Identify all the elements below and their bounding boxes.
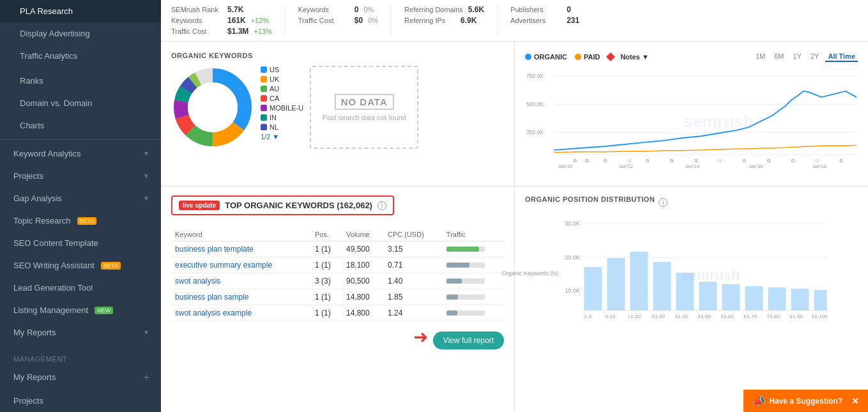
keyword-link[interactable]: business plan sample	[175, 293, 248, 301]
paid-keywords-change: 0%	[364, 6, 374, 13]
notes-label: Notes ▼	[620, 53, 649, 61]
legend-dot-uk	[261, 76, 267, 82]
legend-item-ca: CA	[261, 95, 303, 102]
sidebar-item-listing-label: Listing Management	[13, 305, 88, 315]
filter-1y[interactable]: 1Y	[790, 52, 803, 62]
advertisers-label: Advertisers	[510, 17, 561, 24]
legend-label-more: 1/2 ▼	[261, 133, 279, 141]
col-volume: Volume	[342, 228, 384, 241]
sidebar-item-projects-mgmt-label: Projects	[13, 396, 43, 406]
no-data-box: NO DATA Paid search data not found	[310, 66, 418, 149]
sidebar-item-domain-vs-domain[interactable]: Domain vs. Domain	[0, 92, 161, 114]
svg-text:G: G	[767, 158, 770, 163]
sidebar-item-display-advertising[interactable]: Display Advertising	[0, 22, 161, 45]
keyword-link[interactable]: business plan template	[175, 245, 254, 254]
legend-item-more[interactable]: 1/2 ▼	[261, 133, 303, 141]
sidebar-item-keyword-analytics-label: Keyword Analytics	[13, 149, 81, 158]
svg-rect-51	[768, 287, 786, 310]
col-cpc: CPC (USD)	[384, 228, 443, 241]
keywords-table: Keyword Pos. Volume CPC (USD) Traffic bu…	[171, 228, 504, 321]
referring-ips-value: 6.9K	[461, 16, 476, 25]
publishers-value: 0	[567, 5, 571, 14]
sidebar-item-traffic-analytics[interactable]: Traffic Analytics	[0, 45, 161, 67]
sidebar-item-my-reports-mgmt[interactable]: My Reports +	[0, 365, 161, 390]
sidebar-item-projects-label: Projects	[13, 171, 43, 181]
position-dist-info-icon[interactable]: i	[659, 198, 667, 207]
filter-2y[interactable]: 2Y	[808, 52, 821, 62]
cpc-cell: 1.24	[384, 305, 443, 321]
legend-label-nl: NL	[270, 123, 278, 131]
stat-row-referring-domains: Referring Domains 5.6K	[404, 5, 484, 14]
col-traffic: Traffic	[443, 228, 504, 241]
traffic-bar-fill	[446, 294, 458, 300]
paid-keywords-value: 0	[354, 5, 359, 14]
sidebar-item-charts[interactable]: Charts	[0, 114, 161, 137]
sidebar-item-label: Display Advertising	[20, 29, 90, 38]
svg-text:4-10: 4-10	[605, 314, 616, 319]
sidebar-item-lead-generation[interactable]: Lead Generation Tool	[0, 277, 161, 299]
keyword-link[interactable]: swot analysis	[175, 277, 220, 286]
stat-row-publishers: Publishers 0	[510, 5, 579, 14]
legend-dot-nl	[261, 124, 267, 130]
traffic-cell	[443, 257, 504, 273]
sidebar-item-projects[interactable]: Projects ▼	[0, 165, 161, 187]
sidebar-item-projects-mgmt[interactable]: Projects	[0, 390, 161, 412]
svg-text:20.0K: 20.0K	[565, 254, 581, 261]
col-keyword: Keyword	[171, 228, 311, 241]
svg-rect-53	[814, 290, 827, 310]
chevron-down-icon: ▼	[143, 150, 149, 157]
keyword-link[interactable]: executive summary example	[175, 261, 272, 270]
keyword-cell: swot analysis	[171, 273, 311, 289]
sidebar-item-gap-analysis-label: Gap Analysis	[13, 194, 62, 203]
filter-6m[interactable]: 6M	[772, 52, 786, 62]
sidebar: PLA Research Display Advertising Traffic…	[0, 0, 161, 412]
svg-text:G: G	[791, 158, 795, 163]
filter-1m[interactable]: 1M	[753, 52, 768, 62]
legend-label-ca: CA	[270, 95, 279, 102]
sidebar-item-ranks[interactable]: Ranks	[0, 70, 161, 92]
info-icon[interactable]: i	[377, 201, 386, 210]
organic-keywords-title: ORGANIC KEYWORDS	[171, 52, 504, 59]
svg-text:30.0K: 30.0K	[565, 220, 581, 227]
traffic-cell	[443, 273, 504, 289]
sidebar-item-seo-content-template[interactable]: SEO Content Template	[0, 232, 161, 254]
position-dist-section: ORGANIC POSITION DISTRIBUTION i Organic …	[515, 187, 868, 412]
stat-row-advertisers: Advertisers 231	[510, 16, 579, 25]
keyword-link[interactable]: swot analysis example	[175, 309, 252, 317]
paid-dot	[575, 54, 581, 60]
sidebar-item-pla-research[interactable]: PLA Research	[0, 0, 161, 22]
sidebar-item-seo-writing-assistant[interactable]: SEO Writing Assistant BETA	[0, 254, 161, 277]
filter-all-time[interactable]: All Time	[825, 52, 858, 62]
svg-text:Jan'16: Jan'16	[749, 164, 763, 169]
svg-text:1-3: 1-3	[584, 314, 592, 319]
volume-cell: 14,800	[342, 305, 384, 321]
pos-cell: 1 (1)	[311, 289, 342, 305]
volume-cell: 14,800	[342, 289, 384, 305]
svg-text:Jan'18: Jan'18	[812, 164, 826, 169]
sidebar-item-label: Ranks	[20, 76, 43, 86]
svg-text:G: G	[586, 158, 589, 163]
sidebar-item-keyword-analytics[interactable]: Keyword Analytics ▼	[0, 142, 161, 165]
sidebar-item-listing-management[interactable]: Listing Management NEW	[0, 299, 161, 321]
sidebar-item-my-reports[interactable]: My Reports ▼	[0, 321, 161, 344]
chevron-down-icon: ▼	[143, 172, 149, 179]
svg-text:G: G	[694, 158, 697, 163]
traffic-bar	[446, 310, 485, 316]
top-keywords-title: TOP ORGANIC KEYWORDS (162,062)	[225, 201, 372, 210]
sidebar-item-seo-writing-label: SEO Writing Assistant	[13, 261, 95, 270]
suggestion-button[interactable]: 📣 Have a Suggestion? ✕	[743, 390, 868, 412]
publishers-label: Publishers	[510, 6, 561, 13]
sidebar-item-topic-research[interactable]: Topic Research BETA	[0, 210, 161, 232]
view-full-report-button[interactable]: View full report	[433, 332, 504, 349]
sidebar-item-gap-analysis[interactable]: Gap Analysis ▼	[0, 187, 161, 210]
sidebar-item-label: Domain vs. Domain	[20, 98, 92, 108]
stat-group-paid: Keywords 0 0% Traffic Cost $0 0%	[285, 5, 378, 36]
close-icon[interactable]: ✕	[851, 396, 859, 406]
legend-notes[interactable]: Notes ▼	[607, 53, 649, 61]
add-icon[interactable]: +	[144, 372, 149, 383]
traffic-cost-change: +13%	[254, 27, 271, 35]
svg-text:11-20: 11-20	[628, 314, 641, 319]
svg-text:21-30: 21-30	[652, 314, 666, 319]
sidebar-item-lead-generation-label: Lead Generation Tool	[13, 283, 93, 293]
keywords-label: Keywords	[171, 17, 222, 24]
